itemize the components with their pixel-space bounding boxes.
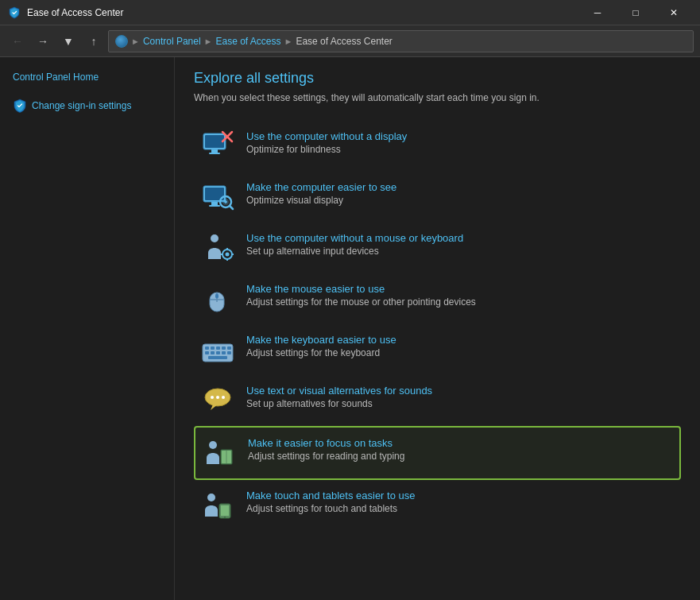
sounds-alt-desc: Set up alternatives for sounds: [246, 398, 432, 409]
settings-item-no-mouse-keyboard[interactable]: Use the computer without a mouse or keyb…: [194, 223, 681, 273]
mouse-easier-text: Make the mouse easier to use Adjust sett…: [246, 281, 476, 308]
keyboard-easier-text: Make the keyboard easier to use Adjust s…: [246, 332, 396, 358]
touch-tablets-link[interactable]: Make touch and tablets easier to use: [246, 490, 415, 501]
breadcrumb-sep-0: ►: [131, 37, 140, 46]
breadcrumb-sep-1: ►: [204, 37, 213, 46]
recent-pages-button[interactable]: ▼: [57, 30, 79, 52]
sidebar-control-panel-home[interactable]: Control Panel Home: [0, 67, 174, 87]
no-mouse-keyboard-link[interactable]: Use the computer without a mouse or keyb…: [246, 232, 463, 244]
mouse-easier-link[interactable]: Make the mouse easier to use: [246, 283, 476, 295]
touch-tablets-desc: Adjust settings for touch and tablets: [246, 503, 415, 514]
svg-rect-37: [208, 356, 227, 359]
no-display-desc: Optimize for blindness: [246, 144, 407, 155]
svg-rect-32: [205, 351, 209, 354]
svg-rect-34: [216, 351, 220, 354]
title-bar: Ease of Access Center ─ □ ✕: [0, 0, 700, 25]
mouse-easier-desc: Adjust settings for the mouse or other p…: [246, 296, 476, 308]
svg-rect-3: [209, 153, 220, 154]
no-display-icon: [200, 129, 235, 164]
sounds-alt-link[interactable]: Use text or visual alternatives for soun…: [246, 385, 432, 397]
address-bar: ← → ▼ ↑ ► Control Panel ► Ease of Access…: [0, 25, 700, 57]
content-area: Explore all settings When you select the…: [175, 57, 700, 600]
settings-item-touch-tablets[interactable]: Make touch and tablets easier to use Adj…: [194, 480, 681, 531]
easier-see-text: Make the computer easier to see Optimize…: [246, 180, 396, 206]
section-subtitle: When you select these settings, they wil…: [194, 91, 681, 105]
svg-rect-29: [216, 346, 220, 350]
globe-icon: [115, 35, 128, 48]
breadcrumb-sep-2: ►: [284, 37, 293, 46]
no-mouse-keyboard-icon: [200, 230, 235, 265]
svg-point-50: [224, 517, 226, 518]
easier-see-link[interactable]: Make the computer easier to see: [246, 181, 396, 193]
settings-item-mouse-easier[interactable]: Make the mouse easier to use Adjust sett…: [194, 273, 681, 324]
svg-line-12: [230, 206, 233, 209]
settings-item-keyboard-easier[interactable]: Make the keyboard easier to use Adjust s…: [194, 324, 681, 375]
svg-rect-33: [211, 351, 215, 354]
breadcrumb-bar: ► Control Panel ► Ease of Access ► Ease …: [108, 30, 694, 52]
breadcrumb-ease-of-access-center: Ease of Access Center: [296, 36, 392, 47]
svg-rect-31: [227, 346, 231, 350]
svg-rect-27: [205, 346, 209, 350]
focus-tasks-desc: Adjust settings for reading and typing: [248, 451, 404, 462]
svg-rect-30: [222, 346, 226, 350]
close-button[interactable]: ✕: [656, 0, 692, 25]
keyboard-easier-link[interactable]: Make the keyboard easier to use: [246, 334, 396, 346]
svg-point-42: [222, 396, 225, 399]
svg-rect-1: [205, 135, 224, 148]
easier-see-desc: Optimize visual display: [246, 195, 396, 206]
back-button[interactable]: ←: [6, 30, 29, 52]
focus-tasks-icon: [202, 435, 237, 470]
settings-list: Use the computer without a display Optim…: [194, 121, 681, 531]
easier-see-icon: [200, 180, 235, 215]
svg-rect-25: [215, 293, 219, 298]
keyboard-easier-desc: Adjust settings for the keyboard: [246, 347, 396, 358]
title-bar-controls: ─ □ ✕: [579, 0, 692, 25]
svg-rect-49: [221, 505, 229, 516]
svg-point-40: [211, 396, 214, 399]
no-mouse-keyboard-desc: Set up alternative input devices: [246, 246, 463, 257]
svg-rect-35: [222, 351, 226, 354]
svg-rect-9: [209, 205, 220, 207]
section-title: Explore all settings: [194, 70, 681, 87]
no-mouse-keyboard-text: Use the computer without a mouse or keyb…: [246, 230, 463, 257]
mouse-easier-icon: [200, 281, 235, 316]
touch-tablets-icon: [200, 488, 235, 523]
focus-tasks-link[interactable]: Make it easier to focus on tasks: [248, 437, 404, 449]
no-display-text: Use the computer without a display Optim…: [246, 129, 407, 155]
no-display-link[interactable]: Use the computer without a display: [246, 130, 407, 142]
svg-point-15: [211, 234, 219, 242]
sidebar-change-sign-in[interactable]: Change sign-in settings: [0, 94, 174, 118]
sounds-alt-text: Use text or visual alternatives for soun…: [246, 383, 432, 409]
breadcrumb-control-panel[interactable]: Control Panel: [143, 36, 201, 47]
shield-icon: [13, 99, 27, 113]
settings-item-easier-see[interactable]: Make the computer easier to see Optimize…: [194, 172, 681, 223]
svg-rect-28: [211, 346, 215, 350]
svg-rect-2: [211, 149, 218, 153]
keyboard-easier-icon: [200, 332, 235, 367]
settings-item-no-display[interactable]: Use the computer without a display Optim…: [194, 121, 681, 172]
svg-rect-8: [211, 202, 218, 205]
svg-point-17: [226, 252, 230, 256]
settings-item-sounds-alt[interactable]: Use text or visual alternatives for soun…: [194, 375, 681, 426]
main-container: Control Panel Home Change sign-in settin…: [0, 57, 700, 600]
sounds-alt-icon: [200, 383, 235, 418]
svg-rect-36: [227, 351, 231, 354]
title-bar-text: Ease of Access Center: [27, 7, 573, 18]
svg-point-43: [209, 441, 217, 449]
svg-point-47: [207, 494, 215, 501]
svg-point-41: [216, 396, 219, 399]
forward-button[interactable]: →: [32, 30, 54, 52]
settings-item-focus-tasks[interactable]: Make it easier to focus on tasks Adjust …: [194, 426, 681, 480]
focus-tasks-text: Make it easier to focus on tasks Adjust …: [248, 435, 404, 462]
sidebar: Control Panel Home Change sign-in settin…: [0, 57, 175, 600]
breadcrumb-ease-of-access[interactable]: Ease of Access: [216, 36, 281, 47]
minimize-button[interactable]: ─: [579, 0, 616, 25]
up-button[interactable]: ↑: [83, 30, 105, 52]
app-icon: [8, 6, 21, 19]
maximize-button[interactable]: □: [617, 0, 654, 25]
touch-tablets-text: Make touch and tablets easier to use Adj…: [246, 488, 415, 514]
